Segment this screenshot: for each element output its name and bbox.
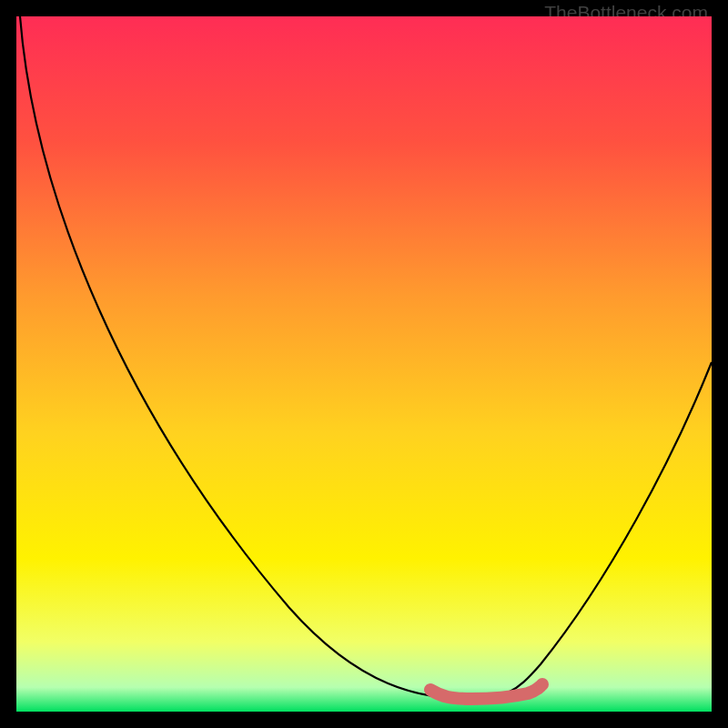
chart-frame [16, 16, 712, 712]
chart-svg [16, 16, 712, 712]
gradient-background [16, 16, 712, 712]
highlight-dot [536, 678, 549, 691]
